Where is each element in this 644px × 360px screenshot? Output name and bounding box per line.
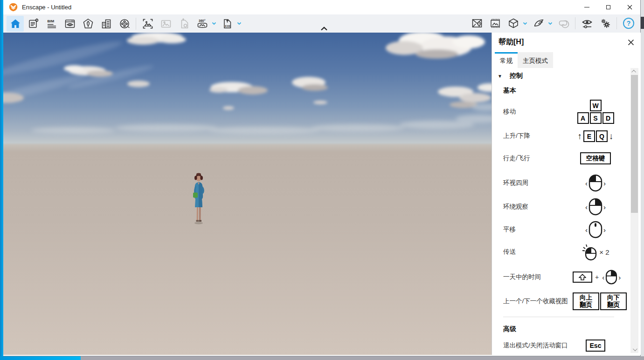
screenshot-icon	[142, 18, 153, 29]
key-e: E	[583, 130, 595, 142]
scrollbar-down-button[interactable]	[630, 346, 638, 353]
chevron-down-icon	[237, 22, 242, 25]
row-time-of-day-label: 一天中的时间	[503, 273, 572, 282]
background-icon-fragment	[641, 17, 644, 29]
video-editor-icon	[119, 18, 130, 29]
material-editor-icon	[490, 18, 501, 29]
render-viewport[interactable]	[3, 33, 492, 355]
enscape-logo-icon	[9, 3, 18, 12]
double-click-multiplier: × 2	[599, 248, 609, 256]
svg-text:BIM: BIM	[47, 19, 54, 23]
rendering-window-icon	[64, 18, 76, 29]
panorama-dropdown[interactable]	[211, 16, 217, 32]
asset-library-button[interactable]	[79, 16, 97, 32]
key-esc: Esc	[586, 340, 605, 352]
chevron-down-icon	[548, 22, 553, 25]
bim-mode-button[interactable]: BIM	[43, 16, 60, 32]
maximize-button[interactable]	[597, 0, 619, 14]
row-time-of-day: 一天中的时间 + ‹ ›	[503, 270, 619, 285]
help-panel: 帮助[H] 常规 主页模式 ▼ 控制 基本 移动 W A	[492, 33, 641, 355]
exe-dropdown[interactable]	[236, 16, 242, 32]
help-scrollbar[interactable]	[630, 68, 638, 353]
video-editor-button[interactable]	[116, 16, 133, 32]
panorama-360-button[interactable]: 360°	[194, 16, 211, 32]
collapse-arrow-icon: ▼	[498, 74, 510, 79]
panorama-360-icon: 360°	[196, 18, 208, 30]
key-space: 空格键	[580, 152, 611, 164]
help-content: ▼ 控制 基本 移动 W A S D	[492, 68, 633, 355]
minimize-button[interactable]	[576, 0, 597, 14]
home-button[interactable]	[7, 16, 24, 32]
row-ascend-descend: 上升/下降 ↑ E Q ↓	[503, 130, 619, 142]
material-editor-button[interactable]	[486, 15, 504, 31]
enscape-window: Enscape - Untitled BIM	[3, 0, 641, 356]
section-control[interactable]: ▼ 控制	[498, 71, 619, 81]
window-title: Enscape - Untitled	[22, 4, 71, 11]
project-library-button[interactable]	[97, 16, 115, 32]
mouse-right-button-icon	[605, 270, 617, 285]
help-panel-title: 帮助[H]	[499, 37, 524, 47]
row-favorite-label: 上一个/下一个收藏视图	[503, 297, 572, 306]
orthographic-dropdown[interactable]	[522, 15, 528, 31]
orthographic-button[interactable]	[505, 15, 522, 31]
screenshot-button[interactable]	[139, 16, 156, 32]
close-button[interactable]	[619, 0, 640, 14]
row-move: 移动 W A S D	[503, 100, 619, 124]
arrow-down-icon: ↓	[609, 131, 614, 142]
standalone-exe-icon: EXE	[222, 18, 233, 29]
rotate-left-glyph: ‹	[585, 203, 588, 211]
rotate-right-glyph: ›	[603, 226, 606, 234]
windows-taskbar-edge[interactable]	[0, 356, 644, 360]
group-basic: 基本	[503, 87, 619, 95]
help-tabs: 常规 主页模式	[492, 52, 641, 68]
rotate-left-glyph: ‹	[585, 226, 588, 234]
settings-button[interactable]	[596, 15, 614, 31]
wing-icon	[533, 18, 544, 29]
gear-icon	[600, 18, 611, 29]
chevron-down-icon	[212, 22, 216, 25]
chevron-down-icon	[523, 22, 527, 25]
chevron-up-icon	[631, 70, 636, 75]
visual-settings-icon	[582, 18, 593, 29]
fly-mode-button[interactable]	[530, 15, 547, 31]
row-look-around: 环视四周 ‹ ›	[503, 174, 619, 192]
mini-map-button[interactable]	[468, 15, 485, 31]
mouse-double-click-icon	[582, 243, 597, 261]
chevron-down-icon	[633, 346, 637, 351]
bim-icon: BIM	[46, 18, 57, 29]
toolbar-collapse-button[interactable]	[319, 26, 330, 32]
section-control-label: 控制	[510, 72, 523, 80]
toolbar-separator	[616, 17, 617, 29]
key-page-down: 向下 翻页	[600, 292, 627, 310]
row-look-around-label: 环视四周	[503, 179, 572, 188]
mini-map-icon	[471, 18, 483, 29]
scrollbar-up-button[interactable]	[630, 68, 638, 75]
row-move-label: 移动	[503, 108, 572, 116]
background-window-left-edge[interactable]	[0, 0, 3, 360]
taskbar-highlight	[0, 356, 81, 360]
cube-icon	[508, 18, 519, 29]
key-s: S	[590, 112, 602, 124]
home-icon	[10, 18, 21, 29]
help-panel-close-button[interactable]	[625, 37, 637, 48]
export-project-icon	[179, 18, 190, 29]
tab-general[interactable]: 常规	[495, 52, 518, 68]
scene-manager-button[interactable]	[25, 16, 42, 32]
help-button[interactable]: ?	[620, 15, 637, 31]
scrollbar-thumb[interactable]	[631, 75, 638, 213]
tab-home-mode[interactable]: 主页模式	[518, 52, 553, 68]
wasd-keys: W A S D	[577, 100, 615, 124]
rotate-right-glyph: ›	[618, 273, 621, 281]
close-icon	[628, 39, 634, 46]
row-exit-mode-label: 退出模式/关闭活动窗口	[503, 341, 572, 350]
background-window-right-edge[interactable]	[641, 0, 644, 356]
row-ascend-label: 上升/下降	[503, 132, 572, 141]
mouse-left-button-icon	[589, 174, 602, 192]
rendering-window-button[interactable]	[61, 16, 78, 32]
fly-mode-dropdown[interactable]	[547, 15, 553, 31]
visual-settings-button[interactable]	[578, 15, 596, 31]
row-pan-label: 平移	[503, 225, 572, 234]
row-orbit: 环绕观察 ‹ ›	[503, 198, 619, 216]
group-advanced: 高级	[503, 325, 619, 333]
standalone-exe-button[interactable]: EXE	[219, 16, 236, 32]
